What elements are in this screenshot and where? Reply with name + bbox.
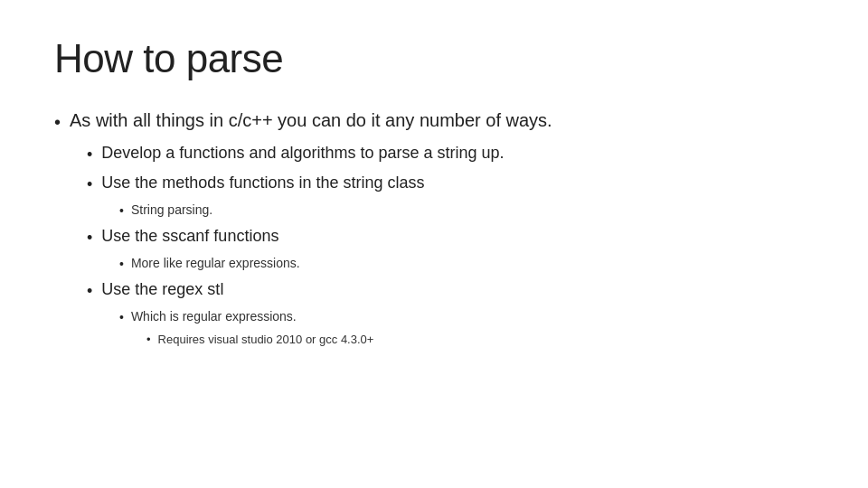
bullet-text: Use the sscanf functions <box>101 224 278 249</box>
sub-list-l3-1: • String parsing. <box>119 201 814 221</box>
bullet-l3-1: • String parsing. <box>119 201 814 221</box>
bullet-l3-3: • Which is regular expressions. <box>119 307 814 327</box>
bullet-text: More like regular expressions. <box>131 254 300 273</box>
bullet-l2-3: • Use the sscanf functions <box>87 224 814 250</box>
sub-list-l3-3: • Which is regular expressions. • Requir… <box>119 307 814 349</box>
bullet-dot: • <box>87 173 92 197</box>
sub-list-l3-2: • More like regular expressions. <box>119 254 814 274</box>
slide: How to parse • As with all things in c/c… <box>0 0 868 488</box>
bullet-l4-1: • Requires visual studio 2010 or gcc 4.3… <box>146 331 814 349</box>
bullet-text: Develop a functions and algorithms to pa… <box>101 141 504 165</box>
bullet-text: As with all things in c/c++ you can do i… <box>70 107 552 134</box>
bullet-dot: • <box>54 108 61 136</box>
bullet-dot: • <box>119 202 124 221</box>
bullet-l2-1: • Develop a functions and algorithms to … <box>87 141 814 167</box>
sub-list-l2: • Develop a functions and algorithms to … <box>87 141 814 349</box>
bullet-text: Which is regular expressions. <box>131 307 297 326</box>
bullet-l3-2: • More like regular expressions. <box>119 254 814 274</box>
bullet-dot: • <box>119 308 124 327</box>
bullet-text: Use the methods functions in the string … <box>101 171 424 195</box>
bullet-text: Requires visual studio 2010 or gcc 4.3.0… <box>158 331 374 349</box>
bullet-l1-1: • As with all things in c/c++ you can do… <box>54 107 814 136</box>
bullet-l2-4: • Use the regex stl <box>87 277 814 304</box>
bullet-text: String parsing. <box>131 201 212 220</box>
slide-content: • As with all things in c/c++ you can do… <box>54 107 814 351</box>
sub-list-l4: • Requires visual studio 2010 or gcc 4.3… <box>146 331 814 349</box>
bullet-dot: • <box>87 226 92 250</box>
bullet-dot: • <box>146 331 151 349</box>
bullet-text: Use the regex stl <box>101 277 223 302</box>
bullet-l2-2: • Use the methods functions in the strin… <box>87 171 814 197</box>
bullet-dot: • <box>87 143 92 167</box>
slide-title: How to parse <box>54 36 814 81</box>
bullet-dot: • <box>87 279 92 304</box>
bullet-dot: • <box>119 255 124 274</box>
